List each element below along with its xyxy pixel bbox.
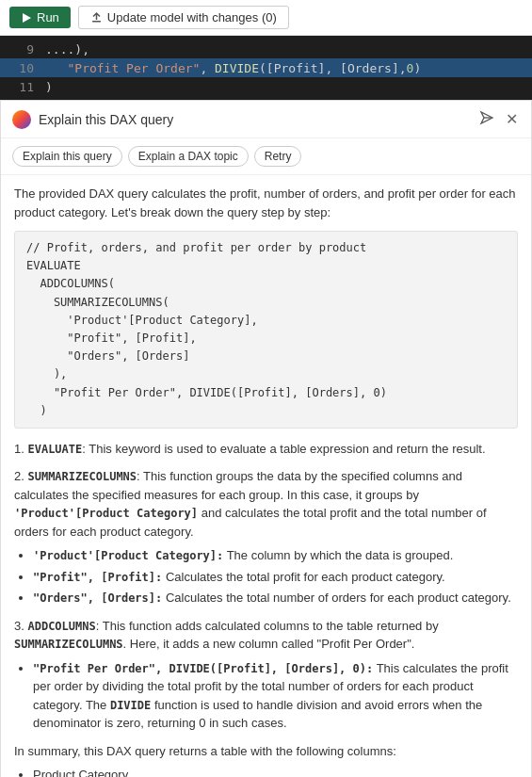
upload-icon — [90, 11, 103, 24]
close-button[interactable]: ✕ — [504, 108, 520, 130]
svg-marker-0 — [23, 13, 31, 23]
code-editor: 9 ....), 10 "Profit Per Order", DIVIDE([… — [0, 36, 532, 100]
run-icon — [21, 12, 32, 24]
list-item: "Profit Per Order", DIVIDE([Profit], [Or… — [33, 659, 518, 733]
list-item: "Profit", [Profit]: Calculates the total… — [33, 568, 518, 587]
ai-panel-header: Explain this DAX query ✕ — [1, 101, 531, 138]
list-item: Product Category — [33, 766, 518, 777]
code-line-10: 10 "Profit Per Order", DIVIDE([Profit], … — [0, 58, 532, 77]
retry-button[interactable]: Retry — [254, 146, 302, 167]
code-line-11: 11 ) — [0, 77, 532, 96]
addcolumns-bullets: "Profit Per Order", DIVIDE([Profit], [Or… — [33, 659, 518, 733]
ai-panel-title: Explain this DAX query — [39, 112, 470, 127]
explain-query-button[interactable]: Explain this query — [12, 146, 122, 167]
code-line-9: 9 ....), — [0, 40, 532, 58]
ai-panel: Explain this DAX query ✕ Explain this qu… — [0, 100, 532, 777]
ai-content-area: The provided DAX query calculates the pr… — [1, 175, 531, 777]
section-evaluate: 1. EVALUATE: This keyword is used to eva… — [14, 440, 518, 459]
toolbar: Run Update model with changes (0) — [0, 0, 532, 36]
list-item: "Orders", [Orders]: Calculates the total… — [33, 589, 518, 607]
action-buttons-row: Explain this query Explain a DAX topic R… — [1, 138, 531, 175]
summary-list: Product Category Profit Orders Profit Pe… — [33, 766, 518, 777]
send-button[interactable] — [477, 108, 496, 130]
svg-rect-1 — [92, 21, 101, 23]
section-addcolumns: 3. ADDCOLUMNS: This function adds calcul… — [14, 617, 518, 733]
update-model-button[interactable]: Update model with changes (0) — [78, 6, 289, 29]
ai-logo-icon — [12, 110, 31, 129]
run-button[interactable]: Run — [9, 7, 71, 28]
send-icon — [479, 110, 494, 125]
list-item: 'Product'[Product Category]: The column … — [33, 546, 518, 565]
section-summarizecolumns: 2. SUMMARIZECOLUMNS: This function group… — [14, 467, 518, 607]
intro-paragraph: The provided DAX query calculates the pr… — [14, 185, 518, 221]
dax-code-block: // Profit, orders, and profit per order … — [14, 231, 518, 429]
summarize-bullets: 'Product'[Product Category]: The column … — [33, 546, 518, 607]
summary-intro: In summary, this DAX query returns a tab… — [14, 742, 518, 761]
explain-topic-button[interactable]: Explain a DAX topic — [128, 146, 249, 167]
